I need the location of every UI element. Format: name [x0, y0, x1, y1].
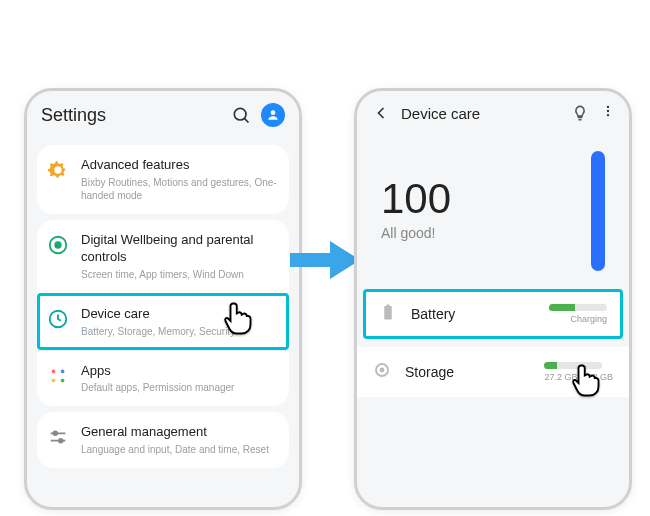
row-text: General management Language and input, D…	[81, 424, 279, 456]
arrow-right-icon	[290, 236, 360, 284]
pointer-hand-icon	[566, 358, 606, 398]
row-text: Digital Wellbeing and parental controls …	[81, 232, 279, 281]
row-subtitle: Default apps, Permission manager	[81, 381, 279, 394]
row-text: Apps Default apps, Permission manager	[81, 363, 279, 395]
device-care-header: Device care	[357, 91, 629, 135]
sliders-icon	[47, 426, 69, 448]
row-subtitle: Language and input, Date and time, Reset	[81, 443, 279, 456]
pointer-hand-icon	[218, 296, 258, 336]
row-title: Apps	[81, 363, 279, 380]
svg-point-0	[234, 108, 246, 120]
search-icon[interactable]	[231, 105, 251, 125]
svg-point-7	[61, 369, 65, 373]
svg-point-8	[52, 378, 56, 382]
storage-label: Storage	[405, 364, 544, 380]
row-digital-wellbeing[interactable]: Digital Wellbeing and parental controls …	[37, 220, 289, 293]
battery-icon	[379, 303, 397, 325]
score-value: 100	[381, 175, 591, 223]
row-title: General management	[81, 424, 279, 441]
score-text: 100 All good!	[381, 175, 591, 241]
row-title: Digital Wellbeing and parental controls	[81, 232, 279, 266]
row-subtitle: Bixby Routines, Motions and gestures, On…	[81, 176, 279, 202]
row-title: Advanced features	[81, 157, 279, 174]
settings-card-3: General management Language and input, D…	[37, 412, 289, 468]
svg-point-14	[607, 106, 609, 108]
gear-icon	[47, 159, 69, 181]
settings-card-1: Advanced features Bixby Routines, Motion…	[37, 145, 289, 214]
page-title: Device care	[401, 105, 571, 122]
device-care-icon	[47, 308, 69, 330]
svg-point-2	[271, 110, 276, 115]
profile-avatar[interactable]	[261, 103, 285, 127]
svg-line-1	[244, 118, 248, 122]
svg-point-13	[59, 439, 63, 443]
row-battery[interactable]: Battery Charging	[363, 289, 623, 339]
phone-settings: Settings Advanced features Bixby Routine…	[24, 88, 302, 510]
storage-icon	[373, 361, 391, 383]
battery-status: Charging	[549, 314, 607, 324]
wellbeing-icon	[47, 234, 69, 256]
page-title: Settings	[41, 105, 231, 126]
svg-point-12	[53, 432, 57, 436]
row-apps[interactable]: Apps Default apps, Permission manager	[37, 350, 289, 407]
svg-point-16	[607, 114, 609, 116]
battery-meter: Charging	[549, 304, 607, 324]
settings-header: Settings	[27, 91, 299, 139]
row-advanced-features[interactable]: Advanced features Bixby Routines, Motion…	[37, 145, 289, 214]
back-icon[interactable]	[371, 103, 391, 123]
score-status: All good!	[381, 225, 591, 241]
score-bar	[591, 151, 605, 271]
score-panel: 100 All good!	[357, 135, 629, 281]
svg-point-6	[52, 369, 56, 373]
phone-device-care: Device care 100 All good! Battery Chargi…	[354, 88, 632, 510]
row-text: Advanced features Bixby Routines, Motion…	[81, 157, 279, 202]
row-subtitle: Screen time, App timers, Wind Down	[81, 268, 279, 281]
svg-point-9	[61, 378, 65, 382]
svg-point-15	[607, 110, 609, 112]
tips-icon[interactable]	[571, 104, 589, 122]
svg-point-4	[55, 242, 61, 248]
row-general-management[interactable]: General management Language and input, D…	[37, 412, 289, 468]
battery-label: Battery	[411, 306, 549, 322]
more-icon[interactable]	[601, 104, 615, 122]
svg-point-18	[381, 369, 384, 372]
apps-icon	[47, 365, 69, 387]
